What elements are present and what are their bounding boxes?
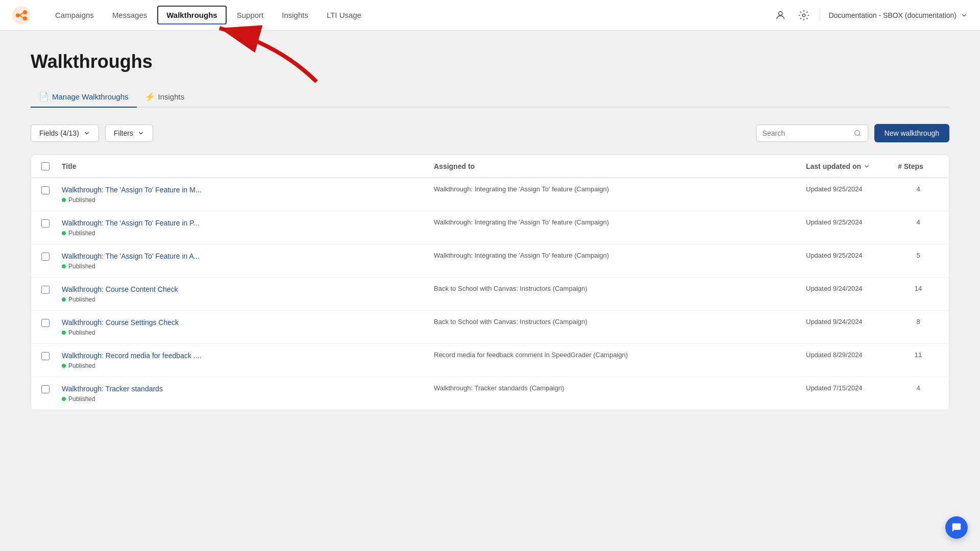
row-checkbox-6[interactable] <box>41 384 62 393</box>
app-logo[interactable] <box>12 6 31 24</box>
th-steps: # Steps <box>898 162 939 170</box>
row-updated-2: Updated 9/25/2024 <box>806 252 898 259</box>
walkthrough-link-5[interactable]: Walkthrough: Record media for feedback .… <box>62 352 201 360</box>
status-badge-0: Published <box>62 196 434 204</box>
fields-filter-button[interactable]: Fields (4/13) <box>31 124 99 142</box>
row-checkbox-0[interactable] <box>41 185 62 194</box>
status-label-3: Published <box>68 296 95 303</box>
page-title: Walkthroughs <box>31 51 949 72</box>
status-badge-1: Published <box>62 230 434 237</box>
toolbar-right: New walkthrough <box>756 124 949 142</box>
nav-support[interactable]: Support <box>229 7 272 23</box>
row-steps-2: 5 <box>898 252 939 259</box>
walkthrough-link-6[interactable]: Walkthrough: Tracker standards <box>62 385 163 393</box>
row-assigned-1: Walkthrough: Integrating the 'Assign To'… <box>434 218 806 226</box>
select-all-checkbox[interactable] <box>41 162 50 170</box>
row-title-1: Walkthrough: The 'Assign To' Feature in … <box>62 218 434 237</box>
walkthrough-link-1[interactable]: Walkthrough: The 'Assign To' Feature in … <box>62 219 199 227</box>
svg-point-2 <box>16 13 20 17</box>
sub-tabs: 📄 Manage Walkthroughs ⚡ Insights <box>31 87 949 108</box>
row-title-3: Walkthrough: Course Content Check Publis… <box>62 285 434 303</box>
row-updated-6: Updated 7/15/2024 <box>806 384 898 392</box>
nav-campaigns[interactable]: Campaigns <box>47 7 102 23</box>
row-title-5: Walkthrough: Record media for feedback .… <box>62 351 434 369</box>
search-box[interactable] <box>756 124 868 142</box>
th-assigned: Assigned to <box>434 162 806 170</box>
status-badge-3: Published <box>62 296 434 303</box>
walkthrough-link-0[interactable]: Walkthrough: The 'Assign To' Feature in … <box>62 186 202 194</box>
toolbar: Fields (4/13) Filters New walkthrough <box>31 124 949 142</box>
row-assigned-0: Walkthrough: Integrating the 'Assign To'… <box>434 185 806 193</box>
user-icon[interactable] <box>773 8 788 23</box>
table-row: Walkthrough: The 'Assign To' Feature in … <box>31 211 949 244</box>
status-label-6: Published <box>68 395 95 403</box>
tab-manage-walkthroughs[interactable]: 📄 Manage Walkthroughs <box>31 87 137 108</box>
row-select-1[interactable] <box>41 219 50 228</box>
nav-messages[interactable]: Messages <box>104 7 155 23</box>
row-select-3[interactable] <box>41 286 50 294</box>
row-assigned-2: Walkthrough: Integrating the 'Assign To'… <box>434 252 806 259</box>
row-select-5[interactable] <box>41 352 50 360</box>
tab-insights[interactable]: ⚡ Insights <box>137 87 193 108</box>
row-steps-5: 11 <box>898 351 939 359</box>
row-checkbox-2[interactable] <box>41 252 62 261</box>
th-checkbox <box>41 162 62 170</box>
status-dot-2 <box>62 264 66 268</box>
svg-line-10 <box>859 135 861 136</box>
table-row: Walkthrough: Tracker standards Published… <box>31 377 949 410</box>
row-checkbox-5[interactable] <box>41 351 62 360</box>
walkthrough-link-2[interactable]: Walkthrough: The 'Assign To' Feature in … <box>62 252 200 260</box>
status-badge-6: Published <box>62 395 434 403</box>
status-dot-3 <box>62 297 66 302</box>
nav-insights[interactable]: Insights <box>274 7 316 23</box>
filters-chevron-icon <box>137 130 144 137</box>
nav-walkthroughs[interactable]: Walkthroughs <box>157 6 226 24</box>
table-row: Walkthrough: Course Settings Check Publi… <box>31 311 949 344</box>
row-updated-3: Updated 9/24/2024 <box>806 285 898 292</box>
status-dot-1 <box>62 231 66 235</box>
row-checkbox-4[interactable] <box>41 318 62 327</box>
top-navigation: Campaigns Messages Walkthroughs Support … <box>0 0 980 31</box>
status-label-2: Published <box>68 263 95 270</box>
row-assigned-3: Back to School with Canvas: Instructors … <box>434 285 806 292</box>
row-assigned-6: Walkthrough: Tracker standards (Campaign… <box>434 384 806 392</box>
sort-icon[interactable] <box>863 163 870 170</box>
new-walkthrough-button[interactable]: New walkthrough <box>874 124 949 142</box>
status-label-0: Published <box>68 196 95 204</box>
filters-button[interactable]: Filters <box>105 124 153 142</box>
workspace-selector[interactable]: Documentation - SBOX (documentation) <box>828 11 968 19</box>
chevron-down-icon <box>83 130 90 137</box>
table-body: Walkthrough: The 'Assign To' Feature in … <box>31 178 949 410</box>
nav-divider <box>820 9 820 21</box>
table-row: Walkthrough: The 'Assign To' Feature in … <box>31 178 949 211</box>
settings-icon[interactable] <box>796 8 812 23</box>
walkthrough-link-3[interactable]: Walkthrough: Course Content Check <box>62 285 178 293</box>
row-title-2: Walkthrough: The 'Assign To' Feature in … <box>62 252 434 270</box>
row-title-0: Walkthrough: The 'Assign To' Feature in … <box>62 185 434 204</box>
th-title: Title <box>62 162 434 170</box>
svg-point-8 <box>803 14 806 17</box>
status-dot-5 <box>62 364 66 368</box>
row-checkbox-3[interactable] <box>41 285 62 294</box>
tab-manage-walkthroughs-label: Manage Walkthroughs <box>52 92 129 101</box>
row-select-2[interactable] <box>41 253 50 261</box>
walkthrough-link-4[interactable]: Walkthrough: Course Settings Check <box>62 318 179 327</box>
row-select-6[interactable] <box>41 385 50 393</box>
nav-items: Campaigns Messages Walkthroughs Support … <box>47 6 773 24</box>
search-input[interactable] <box>763 129 850 137</box>
row-select-0[interactable] <box>41 186 50 194</box>
page-content: Walkthroughs 📄 Manage Walkthroughs ⚡ Ins… <box>0 31 980 431</box>
insights-icon: ⚡ <box>145 92 155 102</box>
row-updated-0: Updated 9/25/2024 <box>806 185 898 193</box>
row-title-4: Walkthrough: Course Settings Check Publi… <box>62 318 434 336</box>
nav-lti-usage[interactable]: LTI Usage <box>318 7 370 23</box>
fields-filter-label: Fields (4/13) <box>39 129 79 137</box>
row-checkbox-1[interactable] <box>41 218 62 228</box>
row-select-4[interactable] <box>41 319 50 327</box>
th-updated: Last updated on <box>806 162 898 170</box>
row-title-6: Walkthrough: Tracker standards Published <box>62 384 434 403</box>
row-updated-5: Updated 8/29/2024 <box>806 351 898 359</box>
manage-walkthroughs-icon: 📄 <box>39 92 49 102</box>
workspace-label: Documentation - SBOX (documentation) <box>828 11 957 19</box>
row-assigned-4: Back to School with Canvas: Instructors … <box>434 318 806 325</box>
